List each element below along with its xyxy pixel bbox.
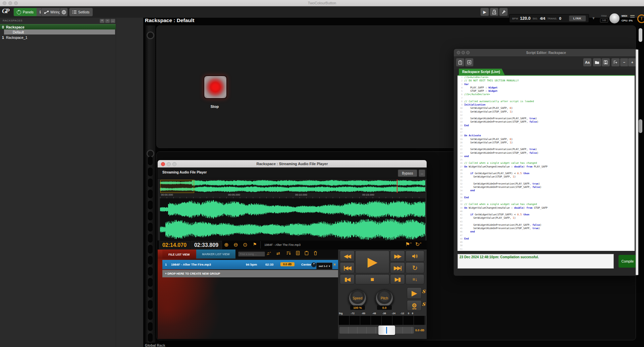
code-line[interactable]: 23 SetWidgetHideOnPresentation(STOP_SAFP… [458, 151, 635, 155]
metronome-button[interactable] [490, 8, 498, 16]
next-marker-button[interactable]: ▶▮ [390, 274, 405, 284]
rewind-button[interactable]: ◀◀ [340, 251, 355, 262]
gain-slider-track[interactable] [339, 327, 414, 334]
code-line[interactable]: 24end [458, 155, 635, 158]
global-play-button[interactable]: ▶ [480, 8, 489, 16]
code-line[interactable]: 22 SetWidgetHideOnPresentation(PLAY_SAFP… [458, 148, 635, 151]
global-rackspace-label[interactable]: Global Rack [145, 343, 165, 347]
minimize-icon[interactable] [462, 51, 465, 54]
zoom-icon[interactable] [466, 51, 470, 54]
player-titlebar[interactable]: Rackspace : Streaming Audio File Player [158, 160, 427, 168]
code-line[interactable]: 14 SetWidgetHideOnPresentation(STOP_SAFP… [458, 120, 635, 124]
code-line[interactable]: 46 end [458, 230, 635, 233]
link-icon[interactable]: S [422, 301, 426, 307]
shuffle-icon[interactable]: ⇄ [276, 251, 280, 256]
song-gain[interactable]: 0.0 dB [280, 262, 294, 266]
code-line[interactable]: 35 [458, 193, 635, 196]
code-line[interactable]: 47 [458, 234, 635, 237]
playlist-button[interactable]: ≡↓ [406, 274, 424, 284]
waveform-overview[interactable] [160, 180, 425, 193]
tempo-panel[interactable]: BPM 120.0 SIG. 4/4 TRANS. 0 LINK [509, 14, 589, 23]
sort-icon[interactable] [286, 251, 291, 255]
script-titlebar[interactable]: Script Editor: Rackspace [454, 49, 638, 57]
zoom-icon[interactable] [172, 162, 176, 166]
code-line[interactable]: 27On WidgetValueChanged(newValue : doubl… [458, 165, 635, 168]
decrease-font-button[interactable]: − [620, 58, 629, 67]
bpm-value[interactable]: 120.0 [520, 16, 530, 21]
code-line[interactable]: 31 [458, 179, 635, 182]
code-line[interactable]: 25 [458, 158, 635, 161]
prev-marker-button[interactable]: ▮◀ [340, 274, 355, 284]
add-marker-icon[interactable]: ⚑+ [405, 241, 412, 248]
code-line[interactable]: 15End [458, 124, 635, 127]
code-line[interactable]: 19 SetWidgetValue(PLAY_SAFP, 0) [458, 138, 635, 141]
scrollbar-thumb[interactable] [639, 28, 642, 42]
add-rackspace-button[interactable]: + [100, 19, 105, 23]
code-line[interactable]: 33 SetWidgetHideOnPresentation(STOP_SAFP… [458, 186, 635, 189]
code-editor[interactable]: 1//$<AutoDeclare>2// DO NOT EDIT THIS SE… [458, 75, 635, 251]
code-line[interactable]: 5 STOP_SAFP : Widget [458, 89, 635, 93]
code-line[interactable]: 45 SetWidgetHideOnPresentation(STOP_SAFP… [458, 227, 635, 230]
export-script-button[interactable] [611, 58, 620, 67]
play-button[interactable]: ▶ [355, 251, 389, 273]
trans-value[interactable]: 0 [559, 16, 561, 20]
code-line[interactable]: 32 SetWidgetHideOnPresentation(PLAY_SAFP… [458, 182, 635, 186]
code-line[interactable]: 40 [458, 210, 635, 213]
code-line[interactable]: 49 [458, 240, 635, 244]
code-line[interactable]: 26// Called when a single widget value h… [458, 161, 635, 165]
code-line[interactable]: 3Var [458, 83, 635, 86]
zoom-in-icon[interactable]: ⊕ [224, 241, 228, 248]
play-sync-button[interactable]: ▶ [407, 287, 422, 299]
add-loop-icon[interactable]: ↻+ [415, 241, 422, 248]
code-line[interactable]: 37 [458, 199, 635, 203]
remove-song-icon[interactable]: × [333, 262, 336, 267]
waveform-selection[interactable] [160, 180, 194, 193]
code-line[interactable]: 2// DO NOT EDIT THIS SECTION MANUALLY [458, 79, 635, 82]
code-line[interactable]: 16 [458, 127, 635, 131]
open-script-button[interactable] [593, 58, 601, 67]
bpm-sync-button[interactable]: ⚙ BPM [407, 300, 422, 311]
code-line[interactable]: 30 SetWidgetValue(STOP_SAFP, 1) [458, 175, 635, 179]
script-scrollbar[interactable] [636, 50, 638, 275]
code-line[interactable]: 34 end [458, 189, 635, 192]
remove-rackspace-button[interactable]: − [105, 19, 110, 23]
code-line[interactable]: 12 [458, 114, 635, 117]
master-trim-knob[interactable] [609, 13, 620, 23]
code-line[interactable]: 1//$<AutoDeclare> [458, 76, 635, 79]
rackspace-item[interactable]: 0Rackspace [0, 24, 116, 29]
code-line[interactable]: 6//$</AutoDeclare> [458, 93, 635, 96]
drop-group-hint[interactable]: + DROP HERE TO CREATE NEW GROUP [162, 270, 338, 277]
code-line[interactable]: 38// Called when a single widget value h… [458, 203, 635, 206]
link-icon[interactable]: S [422, 288, 426, 294]
code-line[interactable]: 39On WidgetValueChanged(newValue : doubl… [458, 206, 635, 210]
pitch-knob[interactable]: Pitch [375, 289, 393, 307]
close-icon[interactable] [161, 162, 165, 166]
font-button[interactable]: Aa [583, 58, 592, 67]
code-line[interactable]: 9Initialization [458, 103, 635, 107]
trim-value[interactable]: 0dB [600, 18, 608, 22]
volume-button[interactable] [406, 251, 424, 262]
code-line[interactable]: 10 SetWidgetValue(PLAY_SAFP, 0) [458, 107, 635, 110]
goto-line-button[interactable] [465, 58, 474, 67]
pan-knob[interactable] [311, 262, 316, 267]
skip-start-button[interactable]: |◀◀ [340, 262, 355, 273]
code-line[interactable]: 42 SetWidgetValue(PLAY_SAFP, 1) [458, 216, 635, 220]
tab-marker-list-view[interactable]: MARKER LIST VIEW [196, 250, 235, 259]
code-line[interactable]: 21 [458, 144, 635, 148]
code-line[interactable]: 8// Called automatically after script is… [458, 100, 635, 103]
code-line[interactable]: 28 [458, 168, 635, 172]
code-line[interactable]: 29 if GetWidgetValue(PLAY_SAFP) < 0.5 th… [458, 172, 635, 175]
loop-button[interactable]: ↻ [406, 262, 424, 273]
code-line[interactable]: 13 SetWidgetHideOnPresentation(PLAY_SAFP… [458, 117, 635, 120]
stop-widget-button[interactable] [204, 75, 227, 99]
marker-flag-icon[interactable]: ⚑ [253, 242, 257, 247]
code-line[interactable]: 7 [458, 96, 635, 100]
duplicate-list-icon[interactable] [296, 251, 300, 255]
code-line[interactable]: 17 [458, 131, 635, 134]
compile-button[interactable]: Compile [619, 255, 637, 268]
scrollbar-thumb[interactable] [639, 119, 642, 133]
zoom-out-icon[interactable]: ⊖ [233, 241, 238, 248]
rackspace-item[interactable]: 1Rackspace_1 [0, 35, 116, 40]
rackspace-menu-button[interactable]: ... [110, 19, 115, 23]
pin-script-button[interactable] [456, 58, 465, 67]
